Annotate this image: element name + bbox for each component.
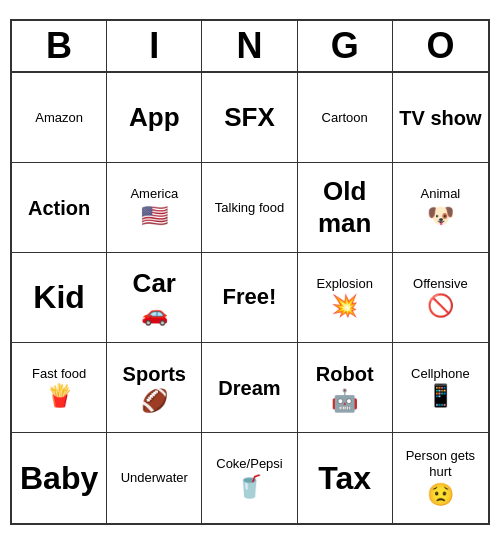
bingo-cell: Old man: [298, 163, 393, 253]
cell-label: America: [130, 186, 178, 202]
bingo-header-cell: I: [107, 21, 202, 71]
bingo-cell: Robot🤖: [298, 343, 393, 433]
bingo-cell: Action: [12, 163, 107, 253]
bingo-cell: Cellphone📱: [393, 343, 488, 433]
bingo-header-cell: G: [298, 21, 393, 71]
cell-emoji: 🇺🇸: [141, 203, 168, 229]
bingo-cell: Free!: [202, 253, 297, 343]
cell-label: Old man: [302, 176, 388, 238]
cell-emoji: 📱: [427, 383, 454, 409]
cell-emoji: 😟: [427, 482, 454, 508]
cell-emoji: 🐶: [427, 203, 454, 229]
cell-label: TV show: [399, 106, 481, 130]
bingo-cell: Tax: [298, 433, 393, 523]
cell-emoji: 🚗: [141, 301, 168, 327]
cell-label: SFX: [224, 102, 275, 133]
bingo-cell: Explosion💥: [298, 253, 393, 343]
cell-label: Action: [28, 196, 90, 220]
bingo-cell: Cartoon: [298, 73, 393, 163]
cell-label: Explosion: [317, 276, 373, 292]
cell-label: Amazon: [35, 110, 83, 126]
cell-label: Robot: [316, 362, 374, 386]
bingo-cell: Dream: [202, 343, 297, 433]
bingo-cell: Person gets hurt😟: [393, 433, 488, 523]
bingo-cell: Amazon: [12, 73, 107, 163]
bingo-header: BINGO: [12, 21, 488, 73]
bingo-header-cell: O: [393, 21, 488, 71]
cell-label: Dream: [218, 376, 280, 400]
cell-label: Talking food: [215, 200, 284, 216]
cell-label: Offensive: [413, 276, 468, 292]
cell-label: Fast food: [32, 366, 86, 382]
cell-label: Coke/Pepsi: [216, 456, 282, 472]
bingo-cell: SFX: [202, 73, 297, 163]
cell-label: Baby: [20, 459, 98, 497]
bingo-header-cell: B: [12, 21, 107, 71]
cell-label: Person gets hurt: [397, 448, 484, 479]
cell-emoji: 🤖: [331, 388, 358, 414]
cell-label: Tax: [318, 459, 371, 497]
cell-label: Cellphone: [411, 366, 470, 382]
bingo-cell: App: [107, 73, 202, 163]
cell-emoji: 💥: [331, 293, 358, 319]
bingo-cell: TV show: [393, 73, 488, 163]
cell-label: App: [129, 102, 180, 133]
cell-label: Car: [133, 268, 176, 299]
bingo-grid: AmazonAppSFXCartoonTV showActionAmerica🇺…: [12, 73, 488, 523]
bingo-cell: Animal🐶: [393, 163, 488, 253]
bingo-cell: Talking food: [202, 163, 297, 253]
cell-emoji: 🥤: [236, 474, 263, 500]
bingo-cell: Fast food🍟: [12, 343, 107, 433]
bingo-cell: Baby: [12, 433, 107, 523]
cell-label: Sports: [123, 362, 186, 386]
cell-label: Underwater: [121, 470, 188, 486]
bingo-cell: Offensive🚫: [393, 253, 488, 343]
bingo-cell: Sports🏈: [107, 343, 202, 433]
cell-emoji: 🍟: [46, 383, 73, 409]
bingo-header-cell: N: [202, 21, 297, 71]
bingo-cell: America🇺🇸: [107, 163, 202, 253]
cell-label: Animal: [421, 186, 461, 202]
bingo-cell: Car🚗: [107, 253, 202, 343]
bingo-cell: Kid: [12, 253, 107, 343]
bingo-cell: Coke/Pepsi🥤: [202, 433, 297, 523]
bingo-cell: Underwater: [107, 433, 202, 523]
cell-label: Cartoon: [322, 110, 368, 126]
cell-emoji: 🏈: [141, 388, 168, 414]
bingo-card: BINGO AmazonAppSFXCartoonTV showActionAm…: [10, 19, 490, 525]
cell-label: Free!: [223, 284, 277, 310]
cell-label: Kid: [33, 278, 85, 316]
cell-emoji: 🚫: [427, 293, 454, 319]
